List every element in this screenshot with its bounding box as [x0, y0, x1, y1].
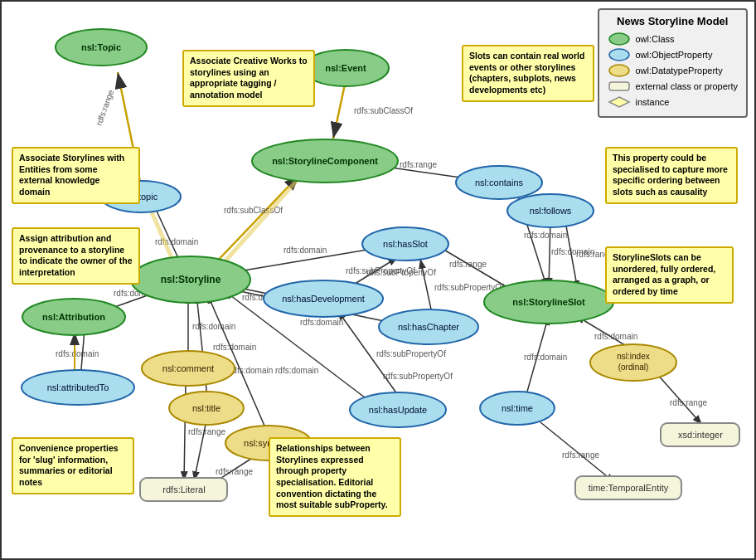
svg-text:rdfs:domain: rdfs:domain	[300, 318, 343, 327]
svg-text:nsl:Topic: nsl:Topic	[81, 42, 121, 52]
annotation-creative-works: Associate Creative Works to storylines u…	[182, 50, 315, 107]
svg-text:nsl:comment: nsl:comment	[162, 363, 214, 373]
svg-marker-111	[609, 97, 629, 107]
svg-text:nsl:title: nsl:title	[192, 403, 220, 413]
legend-item-external: external class or property	[608, 80, 739, 93]
svg-text:rdfs:domain: rdfs:domain	[275, 366, 318, 375]
svg-point-109	[609, 65, 629, 76]
legend-item-datatype-property: owl:DatatypeProperty	[608, 64, 739, 77]
svg-text:rdfs:Literal: rdfs:Literal	[162, 485, 205, 494]
svg-text:rdfs:domain: rdfs:domain	[524, 231, 567, 240]
svg-text:rdfs:range: rdfs:range	[188, 427, 225, 436]
svg-text:rdfs:subPropertyOf: rdfs:subPropertyOf	[366, 268, 436, 277]
svg-text:rdfs:range: rdfs:range	[670, 398, 707, 407]
svg-text:rdfs:domain: rdfs:domain	[192, 322, 235, 331]
svg-text:nsl:hasUpdate: nsl:hasUpdate	[369, 405, 427, 415]
svg-text:(ordinal): (ordinal)	[618, 363, 649, 372]
legend-item-instance: instance	[608, 95, 739, 109]
svg-text:rdfs:range: rdfs:range	[449, 260, 487, 269]
svg-text:nsl:time: nsl:time	[502, 403, 533, 413]
svg-text:rdfs:subClassOf: rdfs:subClassOf	[354, 106, 413, 115]
svg-text:nsl:Event: nsl:Event	[325, 63, 366, 73]
svg-text:nsl:index: nsl:index	[617, 352, 649, 361]
diagram-container: rdfs:range rdfs:subClassOf rdfs:subClass…	[0, 0, 756, 560]
svg-text:rdfs:domain: rdfs:domain	[594, 332, 637, 341]
svg-text:nsl:StorylineComponent: nsl:StorylineComponent	[272, 156, 378, 166]
svg-text:time:TemporalEntity: time:TemporalEntity	[589, 483, 669, 493]
svg-text:xsd:integer: xsd:integer	[678, 430, 723, 440]
svg-text:rdfs:subPropertyOf: rdfs:subPropertyOf	[383, 372, 453, 381]
svg-text:rdfs:range: rdfs:range	[94, 88, 116, 126]
svg-text:nsl:Attribution: nsl:Attribution	[42, 312, 105, 322]
svg-text:nsl:hasDevelopment: nsl:hasDevelopment	[282, 294, 365, 304]
annotation-slots-contain: Slots can contain real world events or o…	[462, 45, 594, 102]
svg-text:nsl:contains: nsl:contains	[475, 178, 524, 187]
annotation-attribution: Assign attribution and provenance to a s…	[12, 227, 140, 285]
svg-text:rdfs:domain: rdfs:domain	[524, 353, 567, 362]
legend-item-object-property: owl:ObjectProperty	[608, 48, 739, 61]
svg-text:rdfs:domain: rdfs:domain	[284, 246, 327, 255]
svg-text:rdfs:domain: rdfs:domain	[213, 343, 256, 352]
svg-text:nsl:attributedTo: nsl:attributedTo	[47, 382, 109, 392]
svg-point-108	[609, 49, 629, 61]
annotation-associate-entities: Associate Storylines with Entities from …	[12, 147, 140, 204]
annotation-relationships: Relationships between Storylines express…	[269, 437, 401, 517]
svg-line-30	[549, 219, 550, 288]
svg-text:nsl:hasChapter: nsl:hasChapter	[398, 322, 459, 332]
legend-title: News Storyline Model	[608, 15, 739, 27]
svg-text:nsl:StorylineSlot: nsl:StorylineSlot	[512, 297, 585, 307]
svg-text:nsl:hasSlot: nsl:hasSlot	[383, 239, 428, 249]
legend-item-class: owl:Class	[608, 32, 739, 46]
svg-text:nsl:Storyline: nsl:Storyline	[161, 274, 221, 285]
svg-text:rdfs:subPropertyOf: rdfs:subPropertyOf	[376, 349, 446, 358]
svg-text:nsl:follows: nsl:follows	[530, 206, 572, 216]
svg-line-4	[333, 80, 346, 139]
annotation-convenience: Convenience properties for 'slug' inform…	[12, 437, 134, 494]
annotation-specialised-property: This property could be specialised to ca…	[605, 147, 738, 204]
annotation-storyline-slots: StorylineSlots can be unordered, fully o…	[605, 246, 734, 304]
svg-text:rdfs:range: rdfs:range	[400, 160, 437, 169]
svg-rect-110	[609, 82, 629, 90]
svg-point-107	[609, 33, 629, 45]
svg-text:rdfs:domain: rdfs:domain	[56, 349, 99, 358]
svg-text:rdfs:range: rdfs:range	[562, 450, 599, 460]
legend: News Storyline Model owl:Class owl:Objec…	[598, 8, 749, 118]
svg-text:rdfs:range: rdfs:range	[216, 467, 253, 476]
svg-text:rdfs:domain: rdfs:domain	[230, 366, 273, 375]
